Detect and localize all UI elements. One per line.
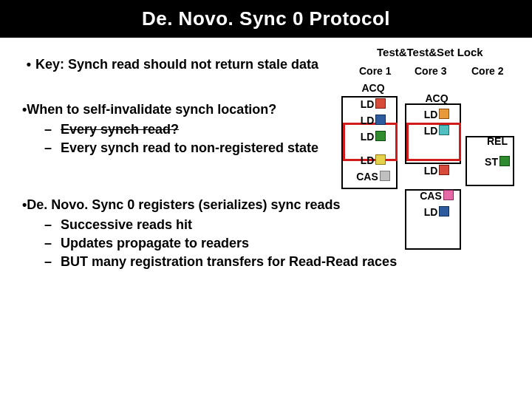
core-header-2: Core 2	[471, 65, 504, 77]
op-ld: LD	[347, 152, 399, 168]
box-icon	[375, 115, 386, 125]
title-bar: De. Novo. Sync 0 Protocol	[0, 0, 532, 38]
box-icon	[443, 190, 454, 200]
slide-title: De. Novo. Sync 0 Protocol	[142, 7, 390, 30]
dash-icon: –	[44, 122, 61, 137]
bullet-reg-sub3: – BUT many registration transfers for Re…	[44, 254, 510, 270]
dash-icon: –	[44, 140, 61, 156]
column-core3: ACQ LD LD LD CAS LD	[411, 80, 463, 220]
bullet-reg-sub1-text: Successive reads hit	[61, 217, 192, 233]
bullet-reg-sub3-text: BUT many registration transfers for Read…	[61, 254, 397, 270]
column-core2: REL ST	[471, 80, 523, 170]
bullet-key-text: Key: Synch read should not return stale …	[35, 57, 318, 72]
op-ld: LD	[411, 123, 463, 139]
core-header-1: Core 1	[359, 65, 392, 77]
bullet-reg-sub2-text: Updates propagate to readers	[61, 236, 249, 251]
box-icon	[375, 131, 386, 141]
dash-icon: –	[44, 236, 61, 251]
box-icon	[375, 98, 386, 109]
op-ld: LD	[347, 112, 399, 129]
bullet-when-text: When to self-invalidate synch location?	[27, 102, 276, 117]
bullet-when-sub1-text: Every synch read?	[61, 122, 179, 137]
op-cas: CAS	[411, 188, 463, 204]
op-ld: LD	[347, 96, 399, 112]
box-icon	[499, 156, 510, 166]
op-acq: ACQ	[411, 90, 463, 106]
box-icon	[380, 171, 390, 181]
slide: De. Novo. Sync 0 Protocol Test&Test&Set …	[0, 0, 532, 399]
core-header-3: Core 3	[415, 65, 447, 77]
bullet-dot: •	[22, 57, 35, 72]
box-icon	[439, 109, 449, 119]
box-icon	[439, 125, 449, 135]
op-rel: REL	[471, 133, 523, 149]
bullet-when-sub2-text: Every synch read to non-registered state	[61, 140, 318, 156]
op-ld: LD	[411, 163, 463, 179]
op-acq: ACQ	[347, 80, 399, 96]
op-cas: CAS	[347, 168, 399, 185]
box-icon	[375, 154, 386, 165]
box-icon	[439, 206, 449, 216]
dash-icon: –	[44, 254, 61, 270]
column-core1: ACQ LD LD LD LD CAS	[347, 80, 399, 185]
op-ld: LD	[411, 204, 463, 220]
op-st: ST	[471, 154, 523, 170]
lock-annotation: Test&Test&Set Lock	[377, 46, 483, 58]
op-ld: LD	[347, 129, 399, 145]
dash-icon: –	[44, 217, 61, 233]
box-icon	[439, 165, 449, 175]
bullet-reg-text: De. Novo. Sync 0 registers (serializes) …	[27, 197, 340, 213]
op-ld: LD	[411, 106, 463, 123]
